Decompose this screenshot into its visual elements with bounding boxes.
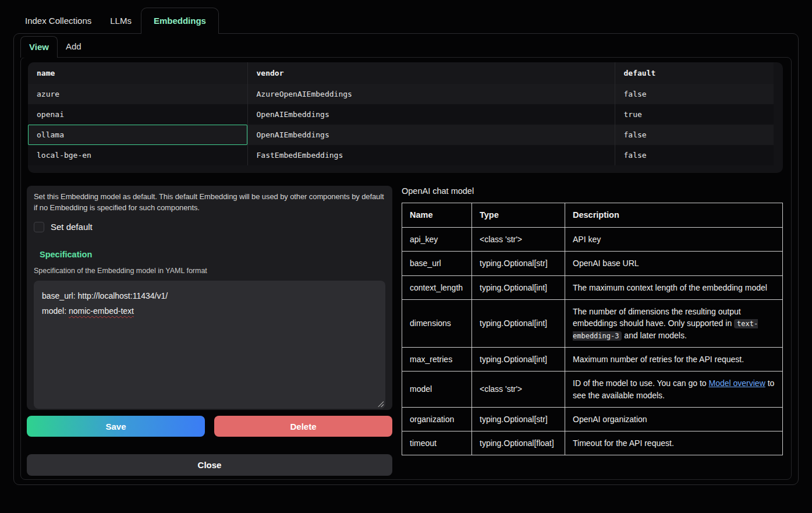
specification-subtitle: Specification of the Embedding model in …: [34, 267, 385, 275]
model-overview-link[interactable]: Model overview: [709, 378, 765, 388]
embedding-row-openai[interactable]: openaiOpenAIEmbeddingstrue: [28, 104, 774, 125]
tab-llms[interactable]: LLMs: [101, 8, 141, 33]
schema-column: OpenAI chat model Name Type Description …: [402, 186, 783, 476]
schema-column-name: Name: [402, 203, 472, 228]
schema-row-timeout: timeouttyping.Optional[float]Timeout for…: [402, 431, 783, 455]
schema-cell-name: organization: [402, 407, 472, 431]
schema-cell-description: OpenAI organization: [565, 407, 783, 431]
schema-cell-type: typing.Optional[int]: [472, 275, 565, 299]
schema-row-base_url: base_urltyping.Optional[str]OpenAI base …: [402, 252, 783, 275]
cell-default[interactable]: false: [615, 125, 774, 145]
cell-vendor[interactable]: FastEmbedEmbeddings: [247, 145, 615, 165]
set-default-label: Set default: [51, 222, 93, 232]
embedding-row-azure[interactable]: azureAzureOpenAIEmbeddingsfalse: [28, 84, 774, 104]
edit-column: Set this Embedding model as default. Thi…: [27, 186, 392, 476]
embeddings-table: name vendor default azureAzureOpenAIEmbe…: [28, 62, 774, 165]
detail-section: Set this Embedding model as default. Thi…: [21, 173, 791, 476]
schema-cell-type: typing.Optional[int]: [472, 299, 565, 347]
yaml-misspelled-word: nomic-embed-text: [69, 306, 134, 316]
schema-cell-type: typing.Optional[str]: [472, 407, 565, 431]
column-header-vendor: vendor: [247, 62, 615, 84]
schema-cell-description: Timeout for the API request.: [565, 431, 783, 455]
schema-cell-description: Maximum number of retries for the API re…: [565, 347, 783, 371]
schema-cell-type: <class 'str'>: [472, 228, 565, 252]
schema-cell-name: max_retries: [402, 347, 472, 371]
cell-name[interactable]: local-bge-en: [28, 145, 247, 165]
cell-vendor[interactable]: OpenAIEmbeddings: [247, 104, 615, 125]
schema-cell-type: <class 'str'>: [472, 372, 565, 408]
cell-vendor[interactable]: AzureOpenAIEmbeddings: [247, 84, 615, 104]
delete-button[interactable]: Delete: [214, 416, 392, 437]
cell-default[interactable]: false: [615, 145, 774, 165]
embeddings-panel: View Add name vendor default azureAzureO…: [13, 33, 799, 485]
cell-default[interactable]: true: [615, 104, 774, 125]
schema-cell-type: typing.Optional[str]: [472, 252, 565, 275]
schema-row-max_retries: max_retriestyping.Optional[int]Maximum n…: [402, 347, 783, 371]
schema-cell-name: dimensions: [402, 299, 472, 347]
schema-table-header: Name Type Description: [402, 203, 783, 228]
cell-name[interactable]: ollama: [28, 125, 247, 145]
schema-row-api_key: api_key<class 'str'>API key: [402, 228, 783, 252]
close-button[interactable]: Close: [27, 454, 392, 476]
embeddings-table-card: name vendor default azureAzureOpenAIEmbe…: [28, 62, 783, 173]
schema-cell-description: The maximum context length of the embedd…: [565, 275, 783, 299]
schema-row-organization: organizationtyping.Optional[str]OpenAI o…: [402, 407, 783, 431]
schema-row-model: model<class 'str'>ID of the model to use…: [402, 372, 783, 408]
schema-column-type: Type: [472, 203, 565, 228]
cell-default[interactable]: false: [615, 84, 774, 104]
schema-cell-name: model: [402, 372, 472, 408]
column-header-name: name: [28, 62, 247, 84]
save-button[interactable]: Save: [27, 416, 205, 437]
specification-heading: Specification: [40, 250, 385, 259]
schema-cell-type: typing.Optional[int]: [472, 347, 565, 371]
subtab-view[interactable]: View: [20, 36, 58, 58]
schema-cell-type: typing.Optional[float]: [472, 431, 565, 455]
cell-name[interactable]: openai: [28, 104, 247, 125]
schema-cell-name: base_url: [402, 252, 472, 275]
schema-cell-description: The number of dimensions the resulting o…: [565, 299, 783, 347]
embedding-row-local-bge-en[interactable]: local-bge-enFastEmbedEmbeddingsfalse: [28, 145, 774, 165]
schema-cell-description: OpenAI base URL: [565, 252, 783, 275]
main-tab-bar: Index Collections LLMs Embeddings: [0, 0, 812, 33]
sub-tab-bar: View Add: [14, 34, 798, 57]
schema-cell-description: API key: [565, 228, 783, 252]
schema-cell-description: ID of the model to use. You can go to Mo…: [565, 372, 783, 408]
schema-cell-name: timeout: [402, 431, 472, 455]
tab-index-collections[interactable]: Index Collections: [16, 8, 101, 33]
yaml-line-1: base_url: http://localhost:11434/v1/: [42, 288, 377, 304]
embeddings-table-header: name vendor default: [28, 62, 774, 84]
subtab-add[interactable]: Add: [58, 36, 90, 57]
schema-row-dimensions: dimensionstyping.Optional[int]The number…: [402, 299, 783, 347]
column-header-default: default: [615, 62, 774, 84]
schema-title: OpenAI chat model: [402, 186, 783, 196]
cell-name[interactable]: azure: [28, 84, 247, 104]
view-tab-panel: name vendor default azureAzureOpenAIEmbe…: [20, 57, 792, 480]
schema-cell-name: api_key: [402, 228, 472, 252]
yaml-spec-textarea[interactable]: base_url: http://localhost:11434/v1/ mod…: [34, 281, 385, 409]
set-default-description: Set this Embedding model as default. Thi…: [34, 192, 385, 214]
default-and-spec-card: Set this Embedding model as default. Thi…: [27, 186, 392, 410]
schema-column-description: Description: [565, 203, 783, 228]
embedding-row-ollama[interactable]: ollamaOpenAIEmbeddingsfalse: [28, 125, 774, 145]
textarea-resize-handle[interactable]: [378, 401, 384, 407]
schema-row-context_length: context_lengthtyping.Optional[int]The ma…: [402, 275, 783, 299]
action-buttons-row: Save Delete: [27, 416, 392, 437]
tab-embeddings[interactable]: Embeddings: [141, 8, 219, 34]
cell-vendor[interactable]: OpenAIEmbeddings: [247, 125, 615, 145]
yaml-line-2: model: nomic-embed-text: [42, 303, 377, 319]
set-default-checkbox-row[interactable]: Set default: [34, 222, 385, 232]
schema-cell-name: context_length: [402, 275, 472, 299]
schema-table: Name Type Description api_key<class 'str…: [402, 203, 783, 455]
set-default-checkbox[interactable]: [34, 222, 44, 232]
